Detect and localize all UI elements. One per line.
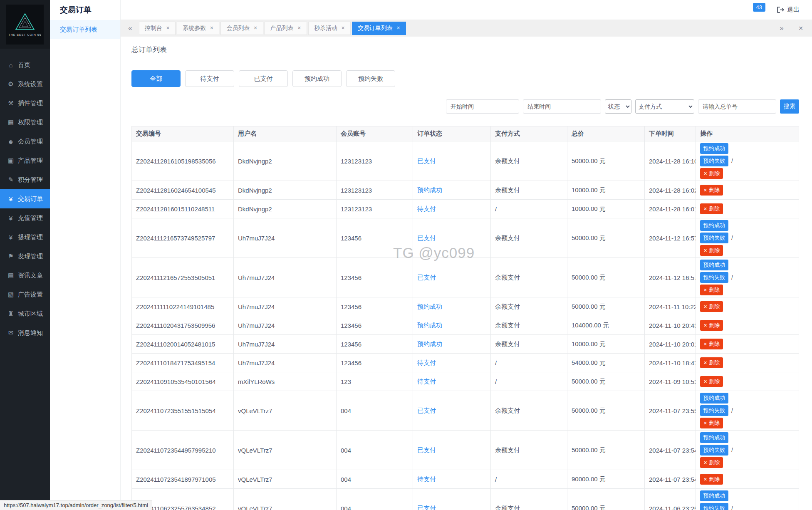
confirm-success-button[interactable]: 预约成功 <box>700 490 728 501</box>
cell-actions: 预约成功 预约失败 / ✕ 删除 <box>696 181 799 200</box>
delete-button[interactable]: ✕ 删除 <box>700 301 723 312</box>
tab[interactable]: 秒杀活动 ✕ <box>308 22 351 35</box>
sidebar-item[interactable]: ⌂ 首页 <box>0 55 50 74</box>
ads-icon: ▧ <box>6 291 16 298</box>
cell-order-time: 2024-11-11 10:22:41 <box>645 297 696 316</box>
search-button[interactable]: 搜索 <box>780 99 799 114</box>
close-icon: ✕ <box>703 248 707 253</box>
submenu-sidebar: 交易订单 交易订单列表 <box>50 0 121 510</box>
delete-button[interactable]: ✕ 删除 <box>700 168 723 179</box>
delete-button[interactable]: ✕ 删除 <box>700 339 723 349</box>
sidebar-item[interactable]: ¥ 交易订单 <box>0 189 50 208</box>
sidebar-item[interactable]: ⚒ 插件管理 <box>0 94 50 113</box>
members-icon: ☻ <box>6 138 16 145</box>
sidebar-item[interactable]: ⚑ 发现管理 <box>0 247 50 266</box>
tab[interactable]: 产品列表 ✕ <box>265 22 307 35</box>
end-time-input[interactable] <box>523 99 601 114</box>
cell-order-no: Z2024111216572553505051 <box>132 258 234 297</box>
tab-close-icon[interactable]: ✕ <box>253 25 257 31</box>
status-filter-button[interactable]: 待支付 <box>185 70 234 87</box>
tab-label: 秒杀活动 <box>314 25 337 32</box>
confirm-success-button[interactable]: 预约成功 <box>700 220 728 231</box>
confirm-fail-button[interactable]: 预约失败 <box>700 233 728 243</box>
sidebar-item[interactable]: ♜ 城市区域 <box>0 304 50 323</box>
orders-table-body: Z2024112816105198535056 DkdNvjngp2 12312… <box>132 141 799 510</box>
tab[interactable]: 控制台 ✕ <box>139 22 176 35</box>
confirm-fail-button[interactable]: 预约失败 <box>700 445 728 456</box>
cell-order-time: 2024-11-28 16:10:51 <box>645 141 696 181</box>
logout-button[interactable]: 退出 <box>777 6 800 14</box>
start-time-input[interactable] <box>446 99 519 114</box>
cell-order-no: Z2024111020431753509956 <box>132 316 234 335</box>
delete-button[interactable]: ✕ 删除 <box>700 185 723 196</box>
cell-account: 123456 <box>337 335 413 354</box>
confirm-fail-button[interactable]: 预约失败 <box>700 503 728 510</box>
pay-method-select[interactable]: 支付方式 <box>635 99 694 114</box>
confirm-success-button[interactable]: 预约成功 <box>700 393 728 404</box>
tab[interactable]: 系统参数 ✕ <box>177 22 219 35</box>
notification-badge[interactable]: 43 <box>753 3 765 12</box>
sign-out-icon <box>777 7 784 13</box>
confirm-success-button[interactable]: 预约成功 <box>700 260 728 270</box>
logo-area[interactable]: THE BEST COIN 66 <box>0 0 50 49</box>
tab[interactable]: 会员列表 ✕ <box>220 22 263 35</box>
tab-close-icon[interactable]: ✕ <box>396 25 400 31</box>
delete-button[interactable]: ✕ 删除 <box>700 474 723 485</box>
sidebar-item[interactable]: ▧ 广告设置 <box>0 285 50 304</box>
tab[interactable]: 交易订单列表 ✕ <box>352 22 406 35</box>
status-filter-button[interactable]: 全部 <box>131 70 181 87</box>
confirm-success-button[interactable]: 预约成功 <box>700 143 728 154</box>
sidebar-item[interactable]: ▣ 产品管理 <box>0 151 50 170</box>
submenu-item-label: 交易订单列表 <box>60 26 97 34</box>
delete-button[interactable]: ✕ 删除 <box>700 245 723 256</box>
status-filter-button[interactable]: 预约成功 <box>292 70 342 87</box>
sidebar-item[interactable]: ✎ 积分管理 <box>0 170 50 189</box>
sidebar-item-label: 权限管理 <box>18 119 43 126</box>
tab-close-icon[interactable]: ✕ <box>166 25 170 31</box>
tab-close-icon[interactable]: ✕ <box>341 25 345 31</box>
status-filter-button[interactable]: 已支付 <box>239 70 288 87</box>
sidebar-item[interactable]: ¥ 充值管理 <box>0 208 50 228</box>
cell-pay-method: 余额支付 <box>491 218 567 258</box>
delete-button[interactable]: ✕ 删除 <box>700 203 723 214</box>
tab-close-icon[interactable]: ✕ <box>297 25 301 31</box>
cell-order-no: Z2024111018471753495154 <box>132 354 234 372</box>
order-no-input[interactable] <box>698 99 776 114</box>
delete-button[interactable]: ✕ 删除 <box>700 457 723 468</box>
delete-button-label: 删除 <box>709 170 720 177</box>
discover-icon: ⚑ <box>6 253 16 260</box>
delete-button[interactable]: ✕ 删除 <box>700 320 723 331</box>
sidebar-item[interactable]: ▦ 权限管理 <box>0 113 50 132</box>
cell-username: vQLeVLTrz7 <box>234 431 337 470</box>
action-separator: / <box>731 274 733 281</box>
sidebar-item[interactable]: ¥ 提现管理 <box>0 228 50 247</box>
cell-username: DkdNvjngp2 <box>234 141 337 181</box>
cell-username: Uh7muJ7J24 <box>234 297 337 316</box>
tabs-scroll-left-button[interactable]: « <box>124 24 136 32</box>
tabs-scroll-right-button[interactable]: » <box>775 24 788 32</box>
tabs-close-all-button[interactable]: ✕ <box>795 25 807 32</box>
sidebar-item-label: 首页 <box>18 61 30 69</box>
confirm-success-button[interactable]: 预约成功 <box>700 432 728 443</box>
confirm-fail-button[interactable]: 预约失败 <box>700 405 728 416</box>
delete-button[interactable]: ✕ 删除 <box>700 357 723 368</box>
delete-button[interactable]: ✕ 删除 <box>700 418 723 428</box>
sidebar-item[interactable]: ☻ 会员管理 <box>0 132 50 151</box>
sidebar-item[interactable]: ⚙ 系统设置 <box>0 74 50 94</box>
tab-close-icon[interactable]: ✕ <box>210 25 213 31</box>
cell-pay-method: 余额支付 <box>491 258 567 297</box>
status-filter-button[interactable]: 预约失败 <box>346 70 395 87</box>
table-row: Z2024111020431753509956 Uh7muJ7J24 12345… <box>132 316 799 335</box>
confirm-fail-button[interactable]: 预约失败 <box>700 272 728 283</box>
cell-actions: 预约成功 预约失败 / ✕ 删除 <box>696 297 799 316</box>
delete-button[interactable]: ✕ 删除 <box>700 376 723 387</box>
submenu-item[interactable]: 交易订单列表 <box>50 20 120 39</box>
triangle-logo-icon <box>15 13 35 30</box>
status-select[interactable]: 状态 <box>605 99 631 114</box>
cell-pay-method: 余额支付 <box>491 391 567 431</box>
sidebar-item[interactable]: ✉ 消息通知 <box>0 323 50 342</box>
close-icon: ✕ <box>703 460 707 465</box>
confirm-fail-button[interactable]: 预约失败 <box>700 156 728 166</box>
delete-button[interactable]: ✕ 删除 <box>700 285 723 295</box>
sidebar-item[interactable]: ▤ 资讯文章 <box>0 266 50 285</box>
